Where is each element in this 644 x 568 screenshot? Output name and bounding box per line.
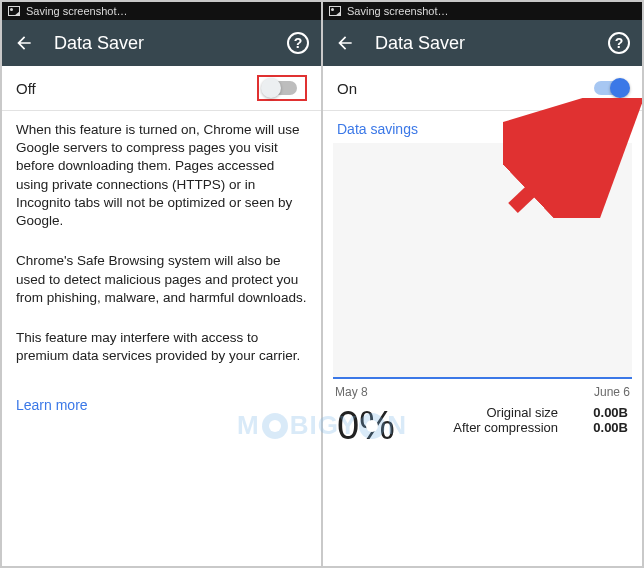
- image-icon: [8, 6, 20, 16]
- original-size-label: Original size: [486, 405, 558, 420]
- page-title: Data Saver: [375, 33, 588, 54]
- stats-row: 0% Original size 0.00B After compression…: [323, 401, 642, 445]
- savings-chart: [333, 143, 632, 379]
- after-compression-label: After compression: [453, 420, 558, 435]
- stats-table: Original size 0.00B After compression 0.…: [453, 405, 628, 435]
- image-icon: [329, 6, 341, 16]
- data-savings-label: Data savings: [323, 111, 642, 143]
- status-bar: Saving screenshot…: [323, 2, 642, 20]
- status-text: Saving screenshot…: [26, 5, 128, 17]
- pane-left: Saving screenshot… Data Saver ? Off When…: [2, 2, 321, 566]
- axis-end: June 6: [594, 385, 630, 399]
- chart-axis: May 8 June 6: [323, 379, 642, 401]
- pane-right: Saving screenshot… Data Saver ? On Data …: [323, 2, 642, 566]
- toggle-row[interactable]: Off: [2, 66, 321, 110]
- axis-start: May 8: [335, 385, 368, 399]
- data-saver-switch-on[interactable]: [594, 81, 628, 95]
- arrow-left-icon: [335, 33, 355, 53]
- desc-p2: Chrome's Safe Browsing system will also …: [16, 252, 307, 307]
- data-saver-switch-off[interactable]: [263, 81, 297, 95]
- status-text: Saving screenshot…: [347, 5, 449, 17]
- toggle-label: Off: [16, 80, 36, 97]
- help-button[interactable]: ?: [608, 32, 630, 54]
- highlight-box: [257, 75, 307, 101]
- desc-p1: When this feature is turned on, Chrome w…: [16, 121, 307, 230]
- app-bar: Data Saver ?: [2, 20, 321, 66]
- status-bar: Saving screenshot…: [2, 2, 321, 20]
- page-title: Data Saver: [54, 33, 267, 54]
- description: When this feature is turned on, Chrome w…: [2, 111, 321, 397]
- after-compression-value: 0.00B: [582, 420, 628, 435]
- arrow-left-icon: [14, 33, 34, 53]
- back-button[interactable]: [335, 33, 355, 53]
- help-button[interactable]: ?: [287, 32, 309, 54]
- learn-more-link[interactable]: Learn more: [2, 397, 321, 413]
- desc-p3: This feature may interfere with access t…: [16, 329, 307, 365]
- original-size-value: 0.00B: [582, 405, 628, 420]
- toggle-label: On: [337, 80, 357, 97]
- app-bar: Data Saver ?: [323, 20, 642, 66]
- savings-percent: 0%: [337, 405, 395, 445]
- back-button[interactable]: [14, 33, 34, 53]
- toggle-row[interactable]: On: [323, 66, 642, 110]
